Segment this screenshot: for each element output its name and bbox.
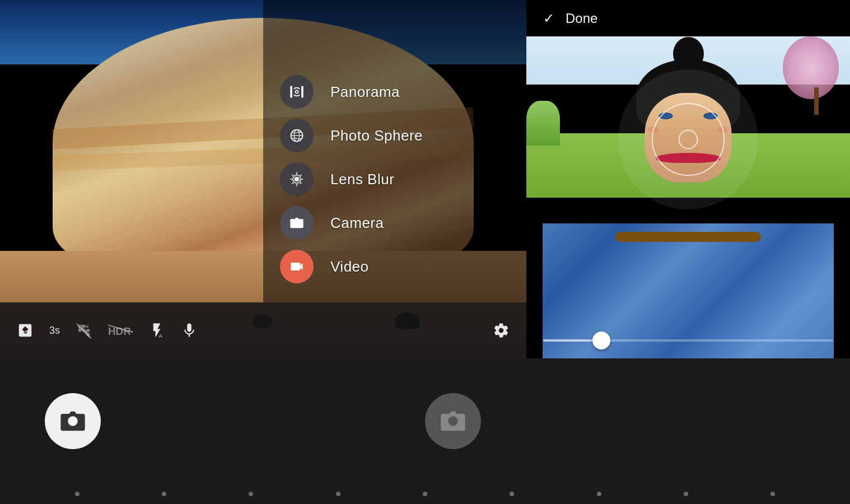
timer-value: 3s [49,325,60,337]
camera-icon-circle [280,206,314,240]
panorama-icon-circle [280,75,314,109]
done-label[interactable]: Done [566,11,597,26]
jacket [543,223,834,359]
grid-off-icon [76,322,92,339]
svg-point-4 [295,177,299,181]
grid-button[interactable] [76,322,92,339]
page-dot-3[interactable] [336,492,340,496]
mic-icon [181,322,198,339]
hdr-button[interactable]: HDR+ [108,324,133,337]
photo-sphere-icon-circle [280,119,314,152]
blur-slider-track [543,339,833,342]
panorama-icon [289,84,305,100]
menu-item-lens-blur[interactable]: Lens Blur [280,162,423,196]
lens-blur-icon-circle [280,162,314,196]
portrait-photo-bg [526,36,850,358]
shutter-button-left[interactable] [45,393,101,449]
done-header: ✓ Done [526,0,850,36]
hair-bun [673,37,704,71]
page-dots-row [0,484,850,504]
page-dot-7[interactable] [684,492,688,496]
photo-sphere-label: Photo Sphere [330,127,423,144]
necklace [615,232,761,242]
hdr-off-icon: HDR+ [108,324,133,337]
panorama-label: Panorama [330,83,400,101]
video-icon-circle [280,250,314,283]
flash-auto-icon: A [148,322,165,339]
camera-label: Camera [330,214,384,232]
page-dot-2[interactable] [249,492,253,496]
shutter-button-right[interactable] [425,393,481,449]
lens-blur-icon [289,171,305,187]
svg-text:A: A [159,333,162,339]
lens-blur-label: Lens Blur [330,171,394,188]
shutter-icon-left [58,407,87,436]
mic-button[interactable] [181,322,198,339]
settings-button[interactable] [493,322,510,339]
settings-icon [493,322,510,339]
toolbar-icons: 3s HDR+ [17,322,493,339]
menu-item-photo-sphere[interactable]: Photo Sphere [280,119,423,152]
camera-menu: Panorama Photo Sphere [280,75,423,283]
exposure-icon [17,322,34,339]
blur-slider-thumb[interactable] [592,332,610,349]
focus-ring [652,103,725,176]
video-icon [289,259,305,274]
flash-button[interactable]: A [148,322,165,339]
video-label: Video [330,258,369,276]
portrait-person [526,36,850,358]
checkmark-icon: ✓ [543,11,554,26]
page-dot-4[interactable] [423,492,427,496]
focus-ring-inner [679,130,698,150]
page-dot-8[interactable] [770,492,775,496]
bottom-toolbar: 3s HDR+ [0,302,526,358]
photo-sphere-icon [289,128,305,143]
timer-button[interactable]: 3s [49,325,60,337]
page-dot-6[interactable] [597,492,601,496]
shutter-icon-right [438,407,468,436]
camera-panel: Panorama Photo Sphere [0,0,526,358]
menu-item-panorama[interactable]: Panorama [280,75,423,109]
svg-rect-1 [301,86,303,98]
page-dot-5[interactable] [510,492,514,496]
page-dot-1[interactable] [162,492,166,496]
menu-item-camera[interactable]: Camera [280,206,423,240]
bottom-area [0,358,850,504]
svg-rect-0 [290,86,292,98]
page-dot-0[interactable] [75,492,80,496]
right-panel: ✓ Done [526,0,850,358]
shutter-row [0,358,850,484]
blur-slider-container [543,339,833,342]
camera-icon [289,215,305,231]
main-area: Panorama Photo Sphere [0,0,850,358]
exposure-button[interactable] [17,322,34,339]
portrait-view [526,36,850,358]
menu-item-video[interactable]: Video [280,250,423,283]
